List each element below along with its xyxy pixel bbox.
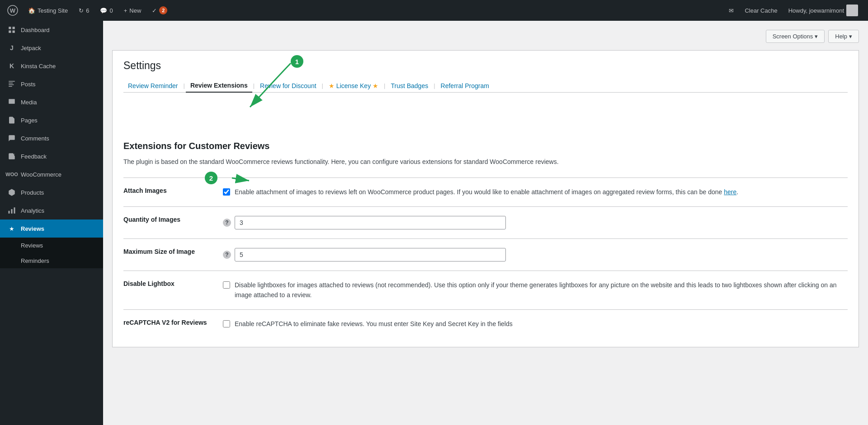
svg-rect-4: [9, 31, 11, 33]
max-size-help-icon[interactable]: ?: [223, 251, 231, 259]
admin-bar-new[interactable]: + New: [119, 0, 146, 21]
table-row-recaptcha: reCAPTCHA V2 for Reviews Enable reCAPTCH…: [123, 309, 848, 338]
disable-lightbox-checkbox[interactable]: [223, 281, 230, 289]
svg-rect-3: [13, 27, 15, 29]
chevron-down-icon: ▾: [815, 33, 818, 40]
svg-rect-6: [9, 99, 15, 104]
attach-images-link[interactable]: here: [724, 188, 736, 196]
sidebar-label-pages: Pages: [21, 117, 38, 124]
table-row-max-size: Maximum Size of Image ?: [123, 238, 848, 271]
sidebar-label-posts: Posts: [21, 81, 36, 88]
field-label-quantity-images: Quantity of Images: [123, 206, 223, 238]
recaptcha-text: Enable reCAPTCHA to eliminate fake revie…: [235, 319, 513, 329]
admin-bar-messages[interactable]: ✉: [724, 0, 738, 21]
field-cell-max-size: ?: [223, 238, 848, 271]
sidebar-label-dashboard: Dashboard: [21, 27, 50, 33]
sidebar-item-reviews[interactable]: ★ Reviews: [0, 220, 103, 238]
sidebar-item-feedback[interactable]: Feedback: [0, 147, 103, 165]
tab-referral-program[interactable]: Referral Program: [436, 79, 494, 92]
svg-rect-7: [14, 207, 15, 214]
settings-panel: 1 Settings Review Reminder | Review Exte…: [112, 50, 859, 347]
tab-license-key[interactable]: ★ License Key ★: [324, 79, 383, 92]
submenu-reviews-label: Reviews: [21, 242, 43, 249]
disable-lightbox-field-row: Disable lightboxes for images attached t…: [223, 280, 848, 300]
field-label-disable-lightbox: Disable Lightbox: [123, 271, 223, 309]
attach-images-text: Enable attachment of images to reviews l…: [235, 187, 738, 197]
sidebar-item-jetpack[interactable]: J Jetpack: [0, 39, 103, 57]
wp-logo[interactable]: W: [5, 3, 20, 18]
disable-lightbox-text: Disable lightboxes for images attached t…: [235, 280, 848, 300]
sidebar-item-posts[interactable]: Posts: [0, 75, 103, 93]
settings-table: Attach Images 2: [123, 177, 848, 338]
sidebar-item-woocommerce[interactable]: WOO WooCommerce: [0, 165, 103, 183]
dashboard-icon: [7, 25, 16, 34]
admin-bar-comments[interactable]: 💬 0: [95, 0, 117, 21]
content-top-bar: Screen Options ▾ Help ▾: [112, 30, 859, 43]
tab-trust-badges[interactable]: Trust Badges: [386, 79, 433, 92]
sidebar-label-analytics: Analytics: [21, 207, 44, 214]
attach-images-field-row: Enable attachment of images to reviews l…: [223, 187, 848, 197]
comments-icon: 💬: [100, 7, 107, 14]
admin-bar-clear-cache[interactable]: Clear Cache: [740, 0, 782, 21]
table-row-disable-lightbox: Disable Lightbox Disable lightboxes for …: [123, 271, 848, 309]
sidebar: Dashboard J Jetpack K Kinsta Cache Posts…: [0, 21, 103, 425]
help-button[interactable]: Help ▾: [828, 30, 859, 43]
sidebar-label-products: Products: [21, 189, 44, 196]
admin-bar-user[interactable]: Howdy, joewarnimont: [784, 0, 863, 21]
svg-rect-9: [9, 211, 10, 214]
sidebar-item-comments[interactable]: Comments: [0, 129, 103, 147]
tab-review-extensions[interactable]: Review Extensions: [186, 79, 252, 93]
sidebar-submenu-reviews[interactable]: Reviews: [0, 238, 103, 253]
field-label-max-size: Maximum Size of Image: [123, 238, 223, 271]
admin-bar-updates[interactable]: ↻ 6: [74, 0, 94, 21]
sidebar-item-media[interactable]: Media: [0, 93, 103, 111]
avatar: [846, 5, 858, 16]
quantity-images-help-icon[interactable]: ?: [223, 219, 231, 227]
jetpack-icon: J: [7, 43, 16, 52]
svg-text:W: W: [10, 7, 16, 14]
attach-images-checkbox[interactable]: [223, 188, 230, 196]
sidebar-label-media: Media: [21, 99, 37, 106]
field-cell-quantity-images: ?: [223, 206, 848, 238]
main-content: Screen Options ▾ Help ▾ 1: [103, 21, 868, 425]
posts-icon: [7, 79, 16, 89]
sidebar-label-comments: Comments: [21, 135, 49, 142]
sidebar-label-kinsta: Kinsta Cache: [21, 63, 56, 70]
sidebar-item-dashboard[interactable]: Dashboard: [0, 21, 103, 39]
screen-options-button[interactable]: Screen Options ▾: [766, 30, 825, 43]
svg-rect-5: [13, 31, 15, 33]
sidebar-item-products[interactable]: Products: [0, 183, 103, 201]
page-header: 1 Settings Review Reminder | Review Exte…: [123, 60, 848, 141]
media-icon: [7, 98, 16, 107]
updates-icon: ↻: [79, 7, 84, 14]
kinsta-icon: K: [7, 61, 16, 70]
svg-rect-8: [11, 209, 13, 214]
admin-bar-site[interactable]: 🏠 Testing Site: [24, 0, 72, 21]
tab-review-for-discount[interactable]: Review for Discount: [255, 79, 321, 92]
plus-icon: +: [124, 7, 127, 14]
quantity-images-field: ?: [223, 216, 848, 229]
plugin-icon: ✓: [152, 7, 157, 14]
sidebar-label-reviews: Reviews: [21, 225, 44, 232]
table-row-quantity-images: Quantity of Images ?: [123, 206, 848, 238]
pages-icon: [7, 116, 16, 125]
sidebar-item-kinsta[interactable]: K Kinsta Cache: [0, 57, 103, 75]
sidebar-item-analytics[interactable]: Analytics: [0, 201, 103, 220]
admin-bar-right: ✉ Clear Cache Howdy, joewarnimont: [724, 0, 863, 21]
admin-bar-plugin[interactable]: ✓ 2: [147, 0, 172, 21]
tab-review-reminder[interactable]: Review Reminder: [123, 79, 182, 92]
quantity-images-input[interactable]: [235, 216, 506, 229]
field-cell-disable-lightbox: Disable lightboxes for images attached t…: [223, 271, 848, 309]
sidebar-label-feedback: Feedback: [21, 153, 47, 160]
woocommerce-icon: WOO: [7, 170, 16, 179]
sidebar-submenu-reminders[interactable]: Reminders: [0, 253, 103, 268]
max-size-input[interactable]: [235, 248, 506, 262]
recaptcha-checkbox[interactable]: [223, 320, 230, 327]
analytics-icon: [7, 206, 16, 215]
sidebar-item-pages[interactable]: Pages: [0, 111, 103, 129]
products-icon: [7, 188, 16, 197]
feedback-icon: [7, 152, 16, 161]
field-cell-recaptcha: Enable reCAPTCHA to eliminate fake revie…: [223, 309, 848, 338]
sidebar-label-woocommerce: WooCommerce: [21, 171, 61, 178]
admin-bar: W 🏠 Testing Site ↻ 6 💬 0 + New ✓ 2 ✉ Cle…: [0, 0, 868, 21]
